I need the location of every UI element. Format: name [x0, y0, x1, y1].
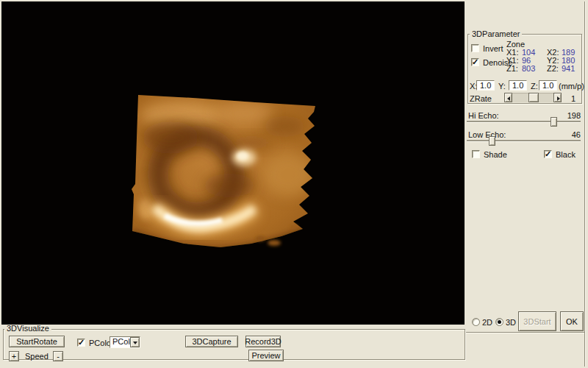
record3d-button[interactable]: Record3D	[245, 336, 281, 347]
visualize-group-title: 3DVisualize	[4, 325, 51, 333]
speed-label: Speed	[25, 353, 49, 361]
zone-z1-value: 803	[522, 65, 535, 73]
pcolor-dropdown[interactable]: PColor	[110, 336, 140, 348]
shade-checkbox[interactable]	[472, 150, 480, 158]
3dcapture-button[interactable]: 3DCapture	[185, 336, 238, 347]
denoise-checkbox[interactable]: ✓	[471, 58, 479, 66]
zone-z2-label: Z2:	[547, 65, 559, 73]
zrate-scroll-right-button[interactable]	[553, 93, 562, 102]
invert-checkbox[interactable]	[471, 44, 479, 52]
mode-2d-radio[interactable]	[472, 318, 480, 326]
zrate-scroll-thumb[interactable]	[528, 93, 539, 102]
zone-z1-label: Z1:	[506, 65, 518, 73]
render-viewport[interactable]	[1, 1, 465, 325]
panel-edge-line	[584, 1, 586, 367]
ultrasound-3d-render	[1, 1, 465, 325]
low-echo-value: 46	[572, 131, 581, 139]
scale-y-input[interactable]	[509, 80, 527, 91]
app-window: 3DParameter Invert ✓ Denoise Zone X1: 10…	[0, 0, 588, 368]
scale-z-label: Z:	[531, 82, 538, 91]
low-echo-slider-thumb[interactable]	[489, 136, 495, 146]
dropdown-button[interactable]	[130, 337, 140, 347]
3dstart-button[interactable]: 3DStart	[518, 311, 556, 331]
low-echo-label: Low Echo:	[468, 131, 506, 139]
parameter-panel: 3DParameter Invert ✓ Denoise Zone X1: 10…	[465, 1, 587, 367]
pcolor-checkbox[interactable]: ✓	[77, 339, 85, 347]
zrate-scroll-left-button[interactable]	[504, 93, 512, 102]
hi-echo-track[interactable]	[467, 121, 581, 123]
black-label: Black	[556, 151, 576, 159]
ok-button[interactable]: OK	[560, 311, 584, 331]
checkmark-icon: ✓	[545, 149, 551, 159]
arrow-right-icon	[557, 96, 560, 101]
checkmark-icon: ✓	[78, 338, 85, 347]
panel-bottom-line	[465, 332, 584, 333]
mode-3d-label: 3D	[506, 319, 516, 327]
scale-x-input[interactable]	[476, 80, 495, 91]
preview-button[interactable]: Preview	[248, 350, 284, 361]
visualize-panel: 3DVisualize StartRotate + Speed - ✓ PCol…	[1, 325, 465, 367]
zrate-value: 1	[571, 95, 576, 103]
hi-echo-slider-thumb[interactable]	[551, 117, 557, 127]
mode-3d-radio[interactable]	[495, 318, 503, 326]
checkmark-icon: ✓	[472, 57, 478, 67]
arrow-left-icon	[507, 96, 510, 101]
speed-minus-button[interactable]: -	[53, 351, 63, 361]
scale-z-input[interactable]	[539, 80, 557, 91]
shade-label: Shade	[484, 151, 507, 159]
hi-echo-value: 198	[567, 112, 581, 120]
parameter-groupbox: 3DParameter Invert ✓ Denoise Zone X1: 10…	[467, 34, 582, 104]
scale-unit-label: (mm/p)	[559, 82, 584, 91]
zrate-label: ZRate	[470, 95, 492, 103]
low-echo-track[interactable]	[467, 140, 581, 142]
parameter-group-title: 3DParameter	[470, 30, 522, 38]
start-rotate-button[interactable]: StartRotate	[9, 336, 65, 347]
radio-dot-icon	[498, 320, 501, 324]
chevron-down-icon	[133, 342, 137, 344]
hi-echo-label: Hi Echo:	[468, 112, 499, 120]
mode-2d-label: 2D	[482, 319, 492, 327]
black-checkbox[interactable]: ✓	[544, 150, 552, 158]
scale-y-label: Y:	[498, 82, 506, 91]
speed-plus-button[interactable]: +	[9, 351, 19, 361]
invert-label: Invert	[483, 45, 503, 53]
zone-z2-value: 941	[562, 65, 575, 73]
zrate-scrollbar[interactable]	[504, 93, 562, 102]
